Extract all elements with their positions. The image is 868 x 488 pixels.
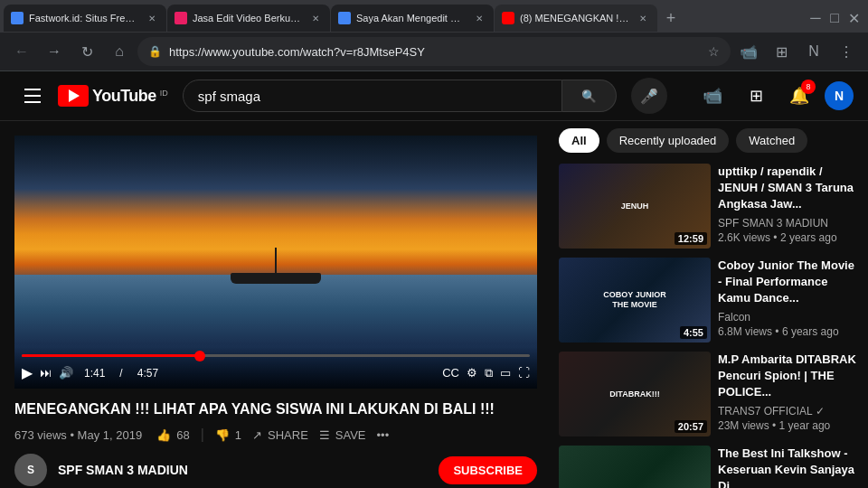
nav-bar: ← → ↻ ⌂ 🔒 https://www.youtube.com/watch?… xyxy=(0,33,868,70)
user-avatar[interactable]: N xyxy=(825,81,854,110)
right-controls: CC ⚙ ⧉ ▭ ⛶ xyxy=(442,366,530,380)
subscribe-button[interactable]: SUBSCRIBE xyxy=(439,456,537,484)
channel-name[interactable]: SPF SMAN 3 MADIUN xyxy=(58,463,188,477)
settings-button[interactable]: ⚙ xyxy=(467,366,477,380)
more-button[interactable]: ••• xyxy=(377,428,390,442)
address-bar[interactable]: 🔒 https://www.youtube.com/watch?v=r8JMts… xyxy=(137,37,731,66)
hamburger-line-1 xyxy=(24,89,41,90)
boat-mast xyxy=(275,248,277,273)
rec-info-3: M.P Ambarita DITABRAK Pencuri Spion! | T… xyxy=(718,352,861,436)
home-button[interactable]: ⌂ xyxy=(105,37,134,66)
video-player[interactable]: ▶ ⏭ 🔊 1:41 / 4:57 CC ⚙ ⧉ ▭ ⛶ xyxy=(14,136,537,389)
hamburger-line-3 xyxy=(24,101,41,103)
video-title: MENEGANGKAN !!! LIHAT APA YANG SISWA INI… xyxy=(14,399,537,419)
channel-avatar[interactable]: S xyxy=(14,454,47,486)
tab-2[interactable]: Jasa Edit Video Berkualitas, Mu... ✕ xyxy=(167,5,330,32)
rec-info-2: Coboy Junior The Movie - Final Performan… xyxy=(718,258,861,343)
hamburger-line-2 xyxy=(24,95,41,97)
maximize-button[interactable]: □ xyxy=(827,11,842,25)
rec-duration-2: 4:55 xyxy=(680,326,707,339)
rec-meta-2: 6.8M views • 6 years ago xyxy=(718,325,861,338)
save-button[interactable]: ☰ SAVE xyxy=(319,428,366,442)
search-icon: 🔍 xyxy=(581,89,597,103)
tabs-bar: Fastwork.id: Situs Freelance On... ✕ Jas… xyxy=(0,0,868,33)
video-camera-button[interactable]: 📹 xyxy=(694,78,731,114)
recommended-list: JENUH 12:59 upttikp / rapendik / JENUH /… xyxy=(559,164,861,488)
progress-bar[interactable] xyxy=(22,354,530,357)
youtube-header: YouTube ID 🔍 🎤 📹 ⊞ 🔔 8 N xyxy=(0,71,868,121)
tab-4-favicon xyxy=(502,12,514,24)
rec-channel-2: Falcon xyxy=(718,311,861,324)
video-stats: 673 views • May 1, 2019 👍 68 | 👎 1 ↗ SHA… xyxy=(14,427,537,443)
search-button[interactable]: 🔍 xyxy=(562,80,617,112)
youtube-logo-text: YouTube xyxy=(92,87,156,106)
recommended-item-4[interactable]: 7:34 The Best Ini Talkshow - Keseruan Ke… xyxy=(559,446,861,488)
tab-4[interactable]: (8) MENEGANGKAN !!! LIHAT A... ✕ xyxy=(495,5,657,32)
notification-badge: 8 xyxy=(801,80,816,94)
refresh-button[interactable]: ↻ xyxy=(72,37,101,66)
recommended-item-3[interactable]: DITABRAK!!! 20:57 M.P Ambarita DITABRAK … xyxy=(559,352,861,436)
cast-button[interactable]: 📹 xyxy=(734,37,763,66)
tab-3-close[interactable]: ✕ xyxy=(472,11,486,25)
grid-apps-button[interactable]: ⊞ xyxy=(738,78,774,114)
dislike-button[interactable]: 👎 1 xyxy=(215,428,241,442)
miniplayer-button[interactable]: ⧉ xyxy=(485,366,493,380)
like-button[interactable]: 👍 68 xyxy=(156,428,189,442)
profile-button[interactable]: N xyxy=(799,37,828,66)
rec-thumb-text-1: JENUH xyxy=(621,202,649,211)
bookmark-icon[interactable]: ☆ xyxy=(708,44,720,59)
next-button[interactable]: ⏭ xyxy=(40,366,52,380)
video-area: ▶ ⏭ 🔊 1:41 / 4:57 CC ⚙ ⧉ ▭ ⛶ xyxy=(0,121,552,488)
minimize-button[interactable]: ─ xyxy=(808,11,823,25)
rec-thumb-text-3: DITABRAK!!! xyxy=(609,389,659,399)
extensions-button[interactable]: ⊞ xyxy=(767,37,796,66)
mic-button[interactable]: 🎤 xyxy=(631,78,667,114)
rec-info-1: upttikp / rapendik / JENUH / SMAN 3 Taru… xyxy=(718,164,861,249)
rec-title-4: The Best Ini Talkshow - Keseruan Kevin S… xyxy=(718,446,861,488)
menu-button[interactable]: ⋮ xyxy=(832,37,861,66)
thumbs-down-icon: 👎 xyxy=(215,428,230,442)
theater-button[interactable]: ▭ xyxy=(500,366,511,380)
tab-1-close[interactable]: ✕ xyxy=(145,11,159,25)
current-time: 1:41 xyxy=(84,367,105,380)
filter-recently-uploaded[interactable]: Recently uploaded xyxy=(607,128,730,153)
subtitles-button[interactable]: CC xyxy=(442,366,459,380)
nav-actions: 📹 ⊞ N ⋮ xyxy=(734,37,861,66)
tab-2-favicon xyxy=(175,12,187,24)
rec-thumb-1: JENUH 12:59 xyxy=(559,164,711,249)
share-button[interactable]: ↗ SHARE xyxy=(252,428,308,442)
rec-meta-3: 23M views • 1 year ago xyxy=(718,419,861,432)
play-pause-button[interactable]: ▶ xyxy=(22,364,33,381)
forward-button[interactable]: → xyxy=(40,37,69,66)
fullscreen-button[interactable]: ⛶ xyxy=(518,366,530,380)
back-button[interactable]: ← xyxy=(7,37,36,66)
new-tab-button[interactable]: + xyxy=(658,5,684,31)
url-text: https://www.youtube.com/watch?v=r8JMtseP… xyxy=(169,45,701,59)
controls-row: ▶ ⏭ 🔊 1:41 / 4:57 CC ⚙ ⧉ ▭ ⛶ xyxy=(22,364,530,381)
filter-watched[interactable]: Watched xyxy=(736,128,807,153)
filter-all[interactable]: All xyxy=(559,128,599,153)
tab-3-title: Saya Akan Mengedit Video An... xyxy=(356,13,467,23)
youtube-country-id: ID xyxy=(160,89,168,98)
tab-3[interactable]: Saya Akan Mengedit Video An... ✕ xyxy=(331,5,494,32)
recommended-item-2[interactable]: COBOY JUNIOR THE MOVIE 4:55 Coboy Junior… xyxy=(559,258,861,343)
search-input[interactable] xyxy=(183,80,562,112)
tab-1[interactable]: Fastwork.id: Situs Freelance On... ✕ xyxy=(4,5,166,32)
rec-meta-1: 2.6K views • 2 years ago xyxy=(718,231,861,244)
tab-4-title: (8) MENEGANGKAN !!! LIHAT A... xyxy=(520,13,630,23)
volume-button[interactable]: 🔊 xyxy=(59,366,73,380)
recommended-item-1[interactable]: JENUH 12:59 upttikp / rapendik / JENUH /… xyxy=(559,164,861,249)
sidebar: All Recently uploaded Watched JENUH 12:5… xyxy=(552,121,868,488)
close-window-button[interactable]: ✕ xyxy=(846,11,861,25)
rec-info-4: The Best Ini Talkshow - Keseruan Kevin S… xyxy=(718,446,861,488)
time-separator: / xyxy=(119,367,122,380)
video-actions: 👍 68 | 👎 1 ↗ SHARE ☰ SAVE ••• xyxy=(156,427,389,443)
boat-body xyxy=(231,273,321,284)
notifications-button[interactable]: 🔔 8 xyxy=(781,78,817,114)
tab-4-close[interactable]: ✕ xyxy=(636,11,650,25)
menu-hamburger[interactable] xyxy=(14,78,51,114)
tab-2-close[interactable]: ✕ xyxy=(308,11,323,25)
channel-row: S SPF SMAN 3 MADIUN SUBSCRIBE xyxy=(14,454,537,486)
progress-thumb xyxy=(194,351,205,361)
youtube-logo[interactable]: YouTube ID xyxy=(58,85,168,107)
